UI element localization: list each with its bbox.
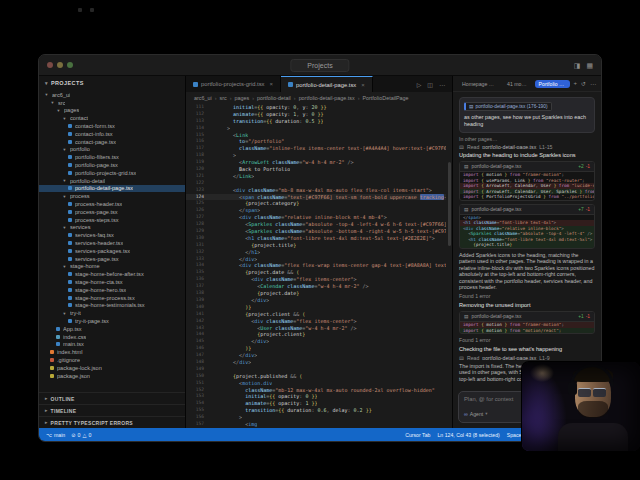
tree-file-services-page.tsx[interactable]: services-page.tsx bbox=[39, 255, 185, 263]
line-number[interactable]: 113 bbox=[186, 118, 209, 125]
line-number[interactable]: 148 bbox=[186, 359, 209, 366]
code-line[interactable]: 122 bbox=[186, 180, 446, 187]
chat-tab-41-more-[interactable]: 41 more… bbox=[503, 80, 532, 88]
code-diff-block[interactable]: ▤portfolio-detail-page.tsx+7-1</span><h1… bbox=[459, 204, 595, 249]
tree-file-stage-home-hero.tsx[interactable]: stage-home-hero.tsx bbox=[39, 286, 185, 294]
line-number[interactable]: 130 bbox=[186, 235, 209, 242]
line-number[interactable]: 143 bbox=[186, 325, 209, 332]
line-number[interactable]: 139 bbox=[186, 297, 209, 304]
tree-file-package.json[interactable]: package.json bbox=[39, 372, 185, 380]
code-line[interactable]: 126 </span> bbox=[186, 207, 446, 214]
sidebar-section-pretty-typescript-errors[interactable]: ▸PRETTY TYPESCRIPT ERRORS bbox=[39, 416, 185, 428]
code-line[interactable]: 154 animate={{ opacity: 1 }} bbox=[186, 400, 446, 407]
line-number[interactable]: 116 bbox=[186, 138, 209, 145]
line-number[interactable]: 131 bbox=[186, 242, 209, 249]
tree-folder-contact[interactable]: ▾contact bbox=[39, 114, 185, 122]
line-number[interactable]: 142 bbox=[186, 318, 209, 325]
code-line[interactable]: 127 <div className="relative inline-bloc… bbox=[186, 214, 446, 221]
line-number[interactable]: 122 bbox=[186, 180, 209, 187]
line-number[interactable]: 121 bbox=[186, 173, 209, 180]
tool-call-read-file[interactable]: ▤Readportfolio-detail-page.tsxL1-15 bbox=[459, 145, 595, 149]
line-number[interactable]: 112 bbox=[186, 111, 209, 118]
tree-file-process-steps.tsx[interactable]: process-steps.tsx bbox=[39, 216, 185, 224]
code-line[interactable]: 134 <div className="flex flex-wrap items… bbox=[186, 262, 446, 269]
breadcrumb-item[interactable]: portfolio-detail-page.tsx bbox=[299, 95, 355, 101]
line-number[interactable]: 153 bbox=[186, 393, 209, 400]
code-line[interactable]: 156 > bbox=[186, 414, 446, 421]
code-line[interactable]: 119 <ArrowLeft className="w-4 h-4 mr-2" … bbox=[186, 159, 446, 166]
line-number[interactable]: 125 bbox=[186, 200, 209, 207]
tree-file-process-page.tsx[interactable]: process-page.tsx bbox=[39, 208, 185, 216]
code-line[interactable]: 132 </h1> bbox=[186, 249, 446, 256]
statusbar-item[interactable]: Ln 124, Col 43 (8 selected) bbox=[437, 432, 499, 438]
code-line[interactable]: 124 <span className="text-[#C97F66] text… bbox=[186, 194, 446, 201]
tree-folder-src[interactable]: ▾src bbox=[39, 99, 185, 107]
tree-file-main.tsx[interactable]: main.tsx bbox=[39, 341, 185, 349]
line-number[interactable]: 124 bbox=[186, 194, 209, 201]
line-number[interactable]: 150 bbox=[186, 373, 209, 380]
line-number[interactable]: 126 bbox=[186, 207, 209, 214]
breadcrumb-item[interactable]: arc6_ui bbox=[194, 95, 212, 101]
code-line[interactable]: 153 initial={{ opacity: 0 }} bbox=[186, 393, 446, 400]
git-branch-indicator[interactable]: ⌥ main bbox=[46, 432, 65, 438]
line-number[interactable]: 137 bbox=[186, 283, 209, 290]
line-number[interactable]: 114 bbox=[186, 125, 209, 132]
line-number[interactable]: 154 bbox=[186, 400, 209, 407]
tree-file-index.css[interactable]: index.css bbox=[39, 333, 185, 341]
line-number[interactable]: 149 bbox=[186, 366, 209, 373]
code-line[interactable]: 138 {project.date} bbox=[186, 290, 446, 297]
tree-folder-services[interactable]: ▾services bbox=[39, 224, 185, 232]
code-line[interactable]: 151 <motion.div bbox=[186, 380, 446, 387]
code-line[interactable]: 111 initial={{ opacity: 0, y: 20 }} bbox=[186, 104, 446, 111]
code-line[interactable]: 143 <User className="w-4 h-4 mr-2" /> bbox=[186, 325, 446, 332]
code-line[interactable]: 130 <h1 className="font-libre text-4xl m… bbox=[186, 235, 446, 242]
chat-history-icon[interactable]: ↺ bbox=[581, 80, 586, 87]
code-line[interactable]: 118 > bbox=[186, 152, 446, 159]
tree-file-portfolio-filters.tsx[interactable]: portfolio-filters.tsx bbox=[39, 153, 185, 161]
line-number[interactable]: 123 bbox=[186, 187, 209, 194]
close-window-icon[interactable] bbox=[47, 62, 53, 68]
code-editor[interactable]: 111 initial={{ opacity: 0, y: 20 }}112 a… bbox=[186, 103, 452, 428]
tree-folder-stage-home[interactable]: ▾stage-home bbox=[39, 263, 185, 271]
line-number[interactable]: 120 bbox=[186, 166, 209, 173]
line-number[interactable]: 155 bbox=[186, 407, 209, 414]
tree-folder-portfolio[interactable]: ▾portfolio bbox=[39, 146, 185, 154]
code-line[interactable]: 120 Back to Portfolio bbox=[186, 166, 446, 173]
command-center[interactable]: Projects bbox=[290, 59, 349, 72]
code-line[interactable]: 145 </div> bbox=[186, 338, 446, 345]
tree-file-package-lock.json[interactable]: package-lock.json bbox=[39, 364, 185, 372]
line-number[interactable]: 138 bbox=[186, 290, 209, 297]
toggle-panel-icon[interactable]: ◨ bbox=[574, 62, 581, 69]
tree-file-stage-home-process.tsx[interactable]: stage-home-process.tsx bbox=[39, 294, 185, 302]
line-number[interactable]: 134 bbox=[186, 262, 209, 269]
line-number[interactable]: 157 bbox=[186, 421, 209, 428]
tree-file-services-header.tsx[interactable]: services-header.tsx bbox=[39, 239, 185, 247]
tree-file-App.tsx[interactable]: App.tsx bbox=[39, 325, 185, 333]
code-line[interactable]: 152 className="mb-12 max-w-4xl mx-auto r… bbox=[186, 387, 446, 394]
code-line[interactable]: 121 </Link> bbox=[186, 173, 446, 180]
line-number[interactable]: 129 bbox=[186, 228, 209, 235]
tab-portfolio-detail-page[interactable]: portfolio-detail-page.tsx × bbox=[281, 76, 373, 92]
code-line[interactable]: 123 <div className="mb-8 max-w-4xl mx-au… bbox=[186, 187, 446, 194]
tree-file-portfolio-detail-page.tsx[interactable]: portfolio-detail-page.tsx bbox=[39, 185, 185, 193]
line-number[interactable]: 133 bbox=[186, 256, 209, 263]
chat-tab-portfolio-detail[interactable]: Portfolio detail bbox=[535, 80, 571, 88]
code-line[interactable]: 148 </div> bbox=[186, 359, 446, 366]
code-line[interactable]: 137 <Calendar className="w-4 h-4 mr-2" /… bbox=[186, 283, 446, 290]
line-number[interactable]: 140 bbox=[186, 304, 209, 311]
code-line[interactable]: 136 <div className="flex items-center"> bbox=[186, 276, 446, 283]
tree-file-portfolio-projects-grid.tsx[interactable]: portfolio-projects-grid.tsx bbox=[39, 169, 185, 177]
problems-indicator[interactable]: ⊘ 0 △ 0 bbox=[71, 432, 91, 438]
tree-file-stage-home-before-after.tsx[interactable]: stage-home-before-after.tsx bbox=[39, 270, 185, 278]
code-line[interactable]: 129 <Sparkles className="absolute -botto… bbox=[186, 228, 446, 235]
tree-file-contact-info.tsx[interactable]: contact-info.tsx bbox=[39, 130, 185, 138]
maximize-window-icon[interactable] bbox=[67, 62, 73, 68]
code-line[interactable]: 112 animate={{ opacity: 1, y: 0 }} bbox=[186, 111, 446, 118]
line-number[interactable]: 136 bbox=[186, 276, 209, 283]
code-line[interactable]: 150 {project.published && ( bbox=[186, 373, 446, 380]
run-icon[interactable]: ▷ bbox=[417, 81, 422, 88]
code-line[interactable]: 125 {project.category} bbox=[186, 200, 446, 207]
line-number[interactable]: 128 bbox=[186, 221, 209, 228]
tree-file-index.html[interactable]: index.html bbox=[39, 348, 185, 356]
code-diff-block[interactable]: ▤portfolio-detail-page.tsx+2-1import { m… bbox=[459, 161, 595, 201]
